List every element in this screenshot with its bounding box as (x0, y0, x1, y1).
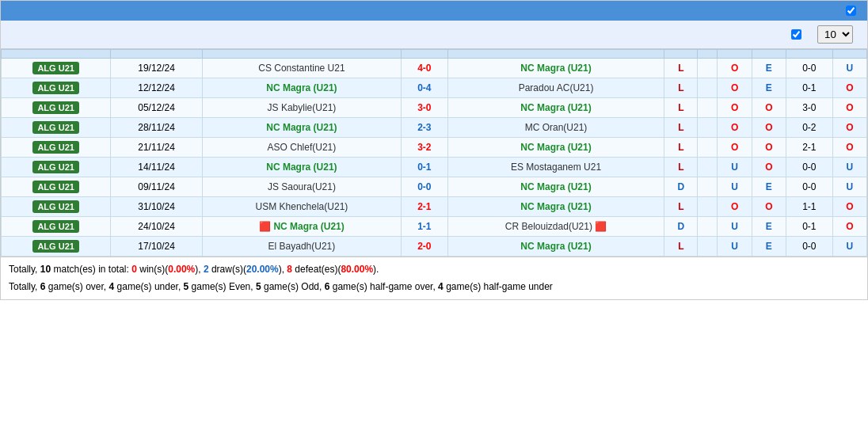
cell-result: 2-3 (401, 118, 447, 138)
cell-outcome: D (664, 177, 698, 197)
cell-ou25: O (718, 59, 752, 78)
cell-ou25: U (718, 158, 752, 177)
cell-result: 2-1 (401, 197, 447, 217)
cell-match: ALG U21 (2, 177, 111, 197)
cell-ou25: O (718, 118, 752, 138)
col-team2 (447, 50, 664, 59)
table-row: ALG U21 09/11/24 JS Saoura(U21) 0-0 NC M… (2, 177, 867, 197)
alg-u21-checkbox[interactable] (791, 29, 801, 40)
match-badge: ALG U21 (32, 82, 78, 94)
cell-ht: 0-1 (786, 217, 832, 237)
table-header-row (2, 50, 867, 59)
cell-odd-even: O (752, 158, 786, 177)
cell-team2: Paradou AC(U21) (447, 78, 664, 98)
cell-match: ALG U21 (2, 98, 111, 118)
table-row: ALG U21 31/10/24 USM Khenchela(U21) 2-1 … (2, 197, 867, 217)
cell-match: ALG U21 (2, 138, 111, 158)
cell-result: 0-0 (401, 177, 447, 197)
summary-section: Totally, 10 match(es) in total: 0 win(s)… (1, 257, 867, 299)
cell-team1: NC Magra (U21) (202, 78, 401, 98)
cell-team1: NC Magra (U21) (202, 158, 401, 177)
match-badge: ALG U21 (32, 220, 78, 233)
cell-odds (698, 237, 718, 257)
cell-team1: CS Constantine U21 (202, 59, 401, 78)
col-odds (698, 50, 718, 59)
cell-ht: 1-1 (786, 197, 832, 217)
match-badge: ALG U21 (32, 161, 78, 173)
cell-result: 0-1 (401, 158, 447, 177)
cell-team1: El Bayadh(U21) (202, 237, 401, 257)
cell-ou075: O (832, 138, 866, 158)
match-badge: ALG U21 (32, 200, 78, 213)
cell-team1: USM Khenchela(U21) (202, 197, 401, 217)
display-notes-checkbox-label[interactable] (846, 6, 859, 16)
cell-date: 09/11/24 (111, 177, 203, 197)
filter-bar: 5 10 15 20 All (1, 21, 867, 49)
cell-team2: NC Magra (U21) (447, 59, 664, 78)
cell-ou075: O (832, 98, 866, 118)
table-row: ALG U21 17/10/24 El Bayadh(U21) 2-0 NC M… (2, 237, 867, 257)
cell-ou075: U (832, 59, 866, 78)
cell-odds (698, 138, 718, 158)
cell-outcome: L (664, 98, 698, 118)
col-date (111, 50, 203, 59)
display-notes-checkbox[interactable] (846, 6, 856, 16)
summary-odd-text: game(s) Odd, (261, 281, 325, 292)
table-row: ALG U21 05/12/24 JS Kabylie(U21) 3-0 NC … (2, 98, 867, 118)
cell-ou25: O (718, 78, 752, 98)
cell-date: 05/12/24 (111, 98, 203, 118)
summary-hgunder-text: game(s) half-game under (444, 281, 553, 292)
cell-outcome: D (664, 217, 698, 237)
cell-date: 24/10/24 (111, 217, 203, 237)
match-badge: ALG U21 (32, 181, 78, 193)
summary-line1: Totally, 10 match(es) in total: 0 win(s)… (9, 261, 859, 279)
cell-team2: NC Magra (U21) (447, 197, 664, 217)
cell-ou075: O (832, 197, 866, 217)
cell-ht: 0-0 (786, 158, 832, 177)
cell-match: ALG U21 (2, 197, 111, 217)
summary-odd: 5 (256, 281, 261, 292)
cell-outcome: L (664, 59, 698, 78)
cell-result: 4-0 (401, 59, 447, 78)
summary-totally-1: Totally, (9, 264, 40, 275)
cell-ou25: O (718, 98, 752, 118)
games-select[interactable]: 5 10 15 20 All (817, 25, 853, 44)
summary-hgunder: 4 (438, 281, 444, 292)
cell-ht: 0-2 (786, 118, 832, 138)
table-row: ALG U21 14/11/24 NC Magra (U21) 0-1 ES M… (2, 158, 867, 177)
cell-date: 28/11/24 (111, 118, 203, 138)
summary-over-text: game(s) over, (45, 281, 108, 292)
cell-team1: NC Magra (U21) (202, 118, 401, 138)
cell-ou075: U (832, 177, 866, 197)
cell-odds (698, 197, 718, 217)
cell-date: 31/10/24 (111, 197, 203, 217)
summary-wins-text: win(s)( (137, 264, 168, 275)
cell-odds (698, 158, 718, 177)
cell-team1: 🟥 NC Magra (U21) (202, 217, 401, 237)
table-row: ALG U21 21/11/24 ASO Chlef(U21) 3-2 NC M… (2, 138, 867, 158)
cell-ou075: O (832, 78, 866, 98)
cell-result: 2-0 (401, 237, 447, 257)
cell-date: 12/12/24 (111, 78, 203, 98)
summary-line2: Totally, 6 game(s) over, 4 game(s) under… (9, 279, 859, 296)
cell-match: ALG U21 (2, 118, 111, 138)
cell-match: ALG U21 (2, 237, 111, 257)
summary-wins: 0 (131, 264, 137, 275)
match-badge: ALG U21 (32, 121, 78, 134)
summary-under-text: game(s) under, (114, 281, 183, 292)
col-team1 (202, 50, 401, 59)
filter-checkbox-label[interactable] (791, 29, 805, 40)
cell-odd-even: E (752, 217, 786, 237)
cell-team2: ES Mostaganem U21 (447, 158, 664, 177)
main-container: 5 10 15 20 All ALG (0, 0, 868, 300)
cell-ou075: U (832, 237, 866, 257)
cell-team2: CR Belouizdad(U21) 🟥 (447, 217, 664, 237)
col-match (2, 50, 111, 59)
cell-match: ALG U21 (2, 78, 111, 98)
cell-team1: JS Kabylie(U21) (202, 98, 401, 118)
table-row: ALG U21 12/12/24 NC Magra (U21) 0-4 Para… (2, 78, 867, 98)
cell-match: ALG U21 (2, 158, 111, 177)
cell-odds (698, 217, 718, 237)
header (1, 1, 867, 21)
cell-ou25: U (718, 237, 752, 257)
